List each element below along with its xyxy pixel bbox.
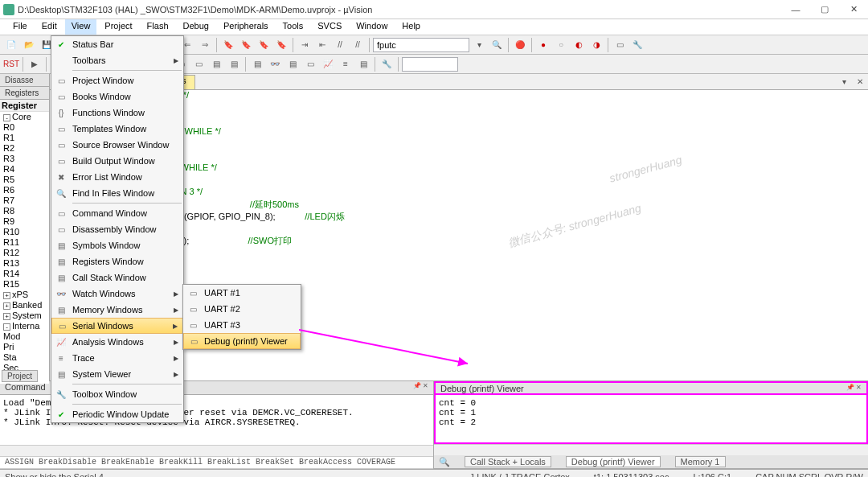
view-menu-item[interactable]: 🔧Toolbox Window <box>51 386 183 402</box>
menu-window[interactable]: Window <box>350 19 394 35</box>
reg-row[interactable]: Mod <box>0 331 49 342</box>
find-icon[interactable]: 🔍 <box>489 37 505 53</box>
view-menu-item[interactable]: ▤Call Stack Window <box>51 269 183 286</box>
nav-fwd-icon[interactable]: ⇒ <box>197 37 213 53</box>
bp4-icon[interactable]: ◑ <box>588 37 604 53</box>
comment-icon[interactable]: // <box>332 37 348 53</box>
dbg-hscroll[interactable] <box>434 444 868 455</box>
uncomment-icon[interactable]: // <box>350 37 366 53</box>
trace-win-icon[interactable]: ≡ <box>338 56 354 72</box>
serial-win-icon[interactable]: ▭ <box>302 56 318 72</box>
serial-submenu-item[interactable]: ▭UART #2 <box>183 301 301 317</box>
tree-toggle-icon[interactable]: + <box>3 292 10 299</box>
disassembly-panel[interactable]: Disasse <box>0 74 49 87</box>
minimize-button[interactable]: — <box>781 0 810 19</box>
view-menu-item[interactable]: ✔Periodic Window Update <box>51 406 183 422</box>
view-menu-item[interactable]: ▭Templates Window <box>51 121 183 137</box>
maximize-button[interactable]: ▢ <box>810 0 839 19</box>
menu-edit[interactable]: Edit <box>35 19 63 35</box>
view-menu-item[interactable]: ▭Project Window <box>51 72 183 88</box>
tree-toggle-icon[interactable]: + <box>3 302 10 310</box>
menu-file[interactable]: File <box>6 19 34 35</box>
bookmark4-icon[interactable]: 🔖 <box>273 37 289 53</box>
serial-windows-submenu[interactable]: ▭UART #1▭UART #2▭UART #3▭Debug (printf) … <box>182 284 301 350</box>
view-menu-item[interactable]: ▭Build Output Window <box>51 153 183 169</box>
view-menu-item[interactable]: 🔍Find In Files Window <box>51 185 183 201</box>
sym-win-icon[interactable]: ▤ <box>208 56 224 72</box>
view-menu-item[interactable]: 📈Analysis Windows▶ <box>51 334 183 350</box>
tab-memory1[interactable]: Memory 1 <box>675 456 726 467</box>
watch-win-icon[interactable]: 👓 <box>267 56 283 72</box>
reg-row[interactable]: R1 <box>0 133 49 143</box>
reg-row[interactable]: Sta <box>0 352 49 363</box>
pin-icon[interactable]: 📌 ✕ <box>413 382 428 393</box>
config-icon[interactable]: 🔧 <box>629 37 645 53</box>
menu-debug[interactable]: Debug <box>177 19 215 35</box>
menu-peripherals[interactable]: Peripherals <box>217 19 275 35</box>
reg-row[interactable]: R3 <box>0 154 49 164</box>
reg-row[interactable]: -Interna <box>0 321 49 331</box>
tree-toggle-icon[interactable]: - <box>3 114 10 121</box>
view-menu-item[interactable]: ▭Serial Windows▶ <box>51 318 183 334</box>
view-menu-item[interactable]: ▤Memory Windows▶ <box>51 302 183 318</box>
tab-callstack[interactable]: Call Stack + Locals <box>465 456 551 467</box>
sys-win-icon[interactable]: ▤ <box>355 56 371 72</box>
reg-row[interactable]: -Core <box>0 112 49 122</box>
reg-row[interactable]: R6 <box>0 185 49 195</box>
reg-row[interactable]: R13 <box>0 258 49 269</box>
reg-row[interactable]: +Banked <box>0 300 49 310</box>
bookmark3-icon[interactable]: 🔖 <box>256 37 272 53</box>
project-tab[interactable]: Project <box>2 370 38 382</box>
toolbar-drop2[interactable] <box>402 57 458 72</box>
view-menu-item[interactable]: ▤Registers Window <box>51 253 183 269</box>
tab-close-icon[interactable]: ✕ <box>852 73 868 89</box>
serial-submenu-item[interactable]: ▭UART #3 <box>183 317 301 333</box>
view-menu-item[interactable]: ▭Books Window <box>51 88 183 105</box>
reg-win-icon[interactable]: ▤ <box>226 56 242 72</box>
command-input-hint[interactable]: ASSIGN BreakDisable BreakEnable BreakKil… <box>0 456 433 469</box>
menu-tools[interactable]: Tools <box>276 19 310 35</box>
reg-row[interactable]: R15 <box>0 279 49 290</box>
debug-icon[interactable]: 🔴 <box>512 37 528 53</box>
view-menu-item[interactable]: 👓Watch Windows▶ <box>51 286 183 302</box>
reg-row[interactable]: R5 <box>0 175 49 185</box>
reg-row[interactable]: R8 <box>0 206 49 216</box>
reg-row[interactable]: R12 <box>0 248 49 258</box>
reg-row[interactable]: R10 <box>0 227 49 237</box>
analysis-win-icon[interactable]: 📈 <box>320 56 336 72</box>
view-menu-item[interactable]: ▤System Viewer▶ <box>51 366 183 382</box>
dis-win-icon[interactable]: ▭ <box>190 56 207 72</box>
reg-row[interactable]: R7 <box>0 195 49 206</box>
bp3-icon[interactable]: ◐ <box>571 37 587 53</box>
tree-toggle-icon[interactable]: + <box>3 313 10 320</box>
tab-debug-viewer[interactable]: Debug (printf) Viewer <box>566 456 661 467</box>
find-drop-icon[interactable]: ▾ <box>471 37 487 53</box>
find-field[interactable]: fputc <box>373 38 469 52</box>
view-menu[interactable]: ✔Status BarToolbars▶▭Project Window▭Book… <box>51 35 184 423</box>
view-menu-item[interactable]: Toolbars▶ <box>51 52 183 68</box>
view-menu-item[interactable]: ▭Disassembly Window <box>51 221 183 237</box>
reset-icon[interactable]: RST <box>3 56 19 72</box>
reg-row[interactable]: Pri <box>0 342 49 352</box>
reg-row[interactable]: R14 <box>0 269 49 279</box>
menu-help[interactable]: Help <box>395 19 427 35</box>
view-menu-item[interactable]: ✔Status Bar <box>51 36 183 52</box>
menu-svcs[interactable]: SVCS <box>311 19 348 35</box>
tree-toggle-icon[interactable]: - <box>3 323 10 331</box>
reg-row[interactable]: R4 <box>0 164 49 175</box>
bp2-icon[interactable]: ○ <box>553 37 569 53</box>
view-menu-item[interactable]: ✖Error List Window <box>51 169 183 185</box>
reg-row[interactable]: R2 <box>0 143 49 154</box>
reg-row[interactable]: R11 <box>0 237 49 248</box>
bookmark-icon[interactable]: 🔖 <box>220 37 236 53</box>
view-menu-item[interactable]: ▭Command Window <box>51 205 183 221</box>
view-menu-item[interactable]: ≡Trace▶ <box>51 350 183 366</box>
outdent-icon[interactable]: ⇤ <box>314 37 330 53</box>
close-button[interactable]: ✕ <box>839 0 868 19</box>
bp-icon[interactable]: ● <box>535 37 551 53</box>
toolbox-icon[interactable]: 🔧 <box>379 56 395 72</box>
tab-dropdown-icon[interactable]: ▾ <box>836 73 852 89</box>
dbg-pin-icon[interactable]: 📌 ✕ <box>846 384 862 393</box>
menu-view[interactable]: View <box>65 19 97 35</box>
reg-row[interactable]: +System <box>0 310 49 321</box>
